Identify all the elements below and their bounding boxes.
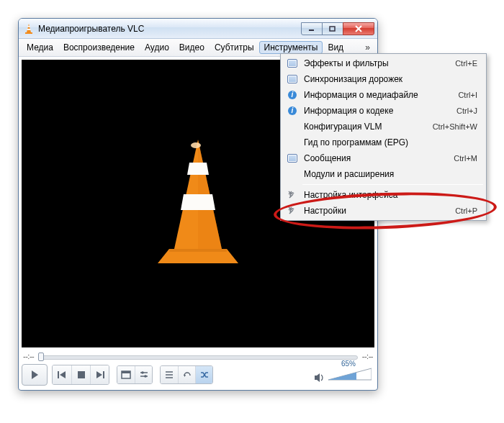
svg-rect-1 — [27, 26, 30, 27]
svg-marker-27 — [184, 375, 186, 377]
blank-icon — [285, 137, 300, 148]
menu-media[interactable]: Медиа — [22, 41, 58, 54]
shuffle-icon — [199, 370, 210, 379]
minimize-button[interactable] — [301, 22, 323, 35]
dropdown-item-label: Модули и расширения — [304, 169, 477, 179]
next-button[interactable] — [90, 365, 109, 384]
prev-button[interactable] — [53, 365, 71, 384]
dropdown-item-label: Настройка интерфейса — [304, 190, 477, 200]
shuffle-button[interactable] — [195, 366, 212, 383]
fullscreen-icon — [121, 370, 131, 379]
dropdown-item-2[interactable]: iИнформация о медиафайлеCtrl+I — [282, 87, 485, 103]
tool-window-icon — [285, 73, 300, 85]
blank-icon — [285, 121, 300, 132]
volume-control[interactable]: 65% — [314, 368, 372, 383]
seek-thumb[interactable] — [38, 352, 44, 361]
ext-settings-button[interactable] — [135, 366, 152, 383]
skip-next-icon — [95, 370, 105, 379]
svg-rect-15 — [78, 371, 85, 378]
dropdown-item-5[interactable]: Гид по программам (EPG) — [282, 135, 485, 150]
svg-marker-12 — [32, 370, 38, 379]
svg-rect-5 — [330, 27, 335, 31]
menu-overflow[interactable]: » — [361, 41, 374, 54]
svg-marker-14 — [60, 371, 66, 378]
dropdown-item-label: Сообщения — [304, 153, 454, 163]
playlist-button[interactable] — [161, 366, 178, 383]
fullscreen-button[interactable] — [117, 366, 135, 383]
wrench-icon — [285, 189, 300, 201]
maximize-button[interactable] — [322, 22, 343, 35]
menu-video[interactable]: Видео — [174, 41, 210, 54]
speaker-icon — [314, 373, 325, 383]
svg-rect-17 — [103, 371, 104, 378]
dropdown-item-label: Синхронизация дорожек — [304, 74, 477, 84]
playlist-icon — [164, 370, 174, 379]
dropdown-item-shortcut: Ctrl+M — [454, 154, 477, 163]
svg-point-23 — [144, 375, 147, 378]
svg-point-21 — [141, 371, 144, 374]
svg-rect-13 — [58, 371, 59, 378]
loop-icon — [182, 370, 192, 379]
blank-icon — [285, 168, 300, 180]
titlebar[interactable]: Медиапроигрыватель VLC — [19, 19, 377, 39]
stop-icon — [77, 370, 86, 379]
stop-button[interactable] — [71, 365, 90, 384]
play-icon — [30, 370, 40, 380]
dropdown-item-6[interactable]: СообщенияCtrl+M — [282, 150, 485, 166]
dropdown-item-9[interactable]: Настройка интерфейса — [282, 187, 485, 203]
volume-percent: 65% — [341, 360, 356, 368]
dropdown-item-label: Настройки — [304, 206, 455, 216]
menu-subtitles[interactable]: Субтитры — [210, 41, 259, 54]
window-title: Медиапроигрыватель VLC — [38, 24, 302, 34]
svg-rect-3 — [25, 32, 32, 34]
dropdown-item-10[interactable]: НастройкиCtrl+P — [282, 203, 485, 219]
controls-bar: 65% — [19, 361, 377, 390]
svg-marker-0 — [27, 24, 31, 32]
dropdown-separator — [302, 184, 483, 185]
svg-rect-2 — [27, 29, 31, 30]
menu-tools[interactable]: Инструменты — [259, 41, 323, 54]
vlc-logo-icon — [148, 135, 248, 272]
svg-point-11 — [191, 142, 201, 148]
tool-window-icon — [285, 58, 300, 69]
volume-slider[interactable] — [328, 368, 372, 381]
svg-marker-16 — [96, 371, 102, 378]
tools-dropdown: Эффекты и фильтрыCtrl+EСинхронизация дор… — [280, 53, 487, 221]
svg-marker-10 — [169, 249, 227, 252]
seek-slider[interactable] — [38, 354, 358, 358]
sliders-icon — [139, 370, 149, 379]
dropdown-item-1[interactable]: Синхронизация дорожек — [282, 71, 485, 87]
time-total: --:-- — [362, 352, 373, 360]
play-button[interactable] — [22, 364, 48, 386]
tool-window-icon — [285, 153, 300, 164]
dropdown-item-7[interactable]: Модули и расширения — [282, 166, 485, 182]
dropdown-item-shortcut: Ctrl+Shift+W — [433, 122, 477, 131]
dropdown-item-0[interactable]: Эффекты и фильтрыCtrl+E — [282, 55, 485, 71]
timebar: --:-- --:-- — [19, 350, 377, 361]
wrench-icon — [285, 205, 300, 217]
dropdown-item-shortcut: Ctrl+E — [455, 59, 477, 68]
dropdown-item-label: Гид по программам (EPG) — [304, 137, 477, 147]
svg-rect-4 — [309, 29, 314, 31]
menu-view[interactable]: Вид — [323, 41, 348, 54]
time-elapsed: --:-- — [23, 352, 34, 360]
svg-marker-28 — [315, 373, 320, 382]
close-button[interactable] — [343, 22, 374, 35]
dropdown-item-label: Информация о кодеке — [304, 106, 456, 116]
loop-button[interactable] — [178, 366, 195, 383]
menu-audio[interactable]: Аудио — [140, 41, 174, 54]
dropdown-item-shortcut: Ctrl+P — [455, 206, 477, 215]
info-icon: i — [285, 89, 300, 101]
dropdown-item-label: Эффекты и фильтры — [304, 58, 455, 68]
dropdown-item-3[interactable]: iИнформация о кодекеCtrl+J — [282, 103, 485, 119]
vlc-cone-icon — [23, 23, 35, 35]
info-icon: i — [285, 105, 300, 117]
dropdown-item-label: Конфигурация VLM — [304, 122, 433, 132]
skip-prev-icon — [57, 370, 67, 379]
svg-rect-19 — [122, 371, 130, 373]
dropdown-item-4[interactable]: Конфигурация VLMCtrl+Shift+W — [282, 119, 485, 135]
menu-playback[interactable]: Воспроизведение — [58, 41, 140, 54]
dropdown-item-shortcut: Ctrl+I — [458, 91, 477, 99]
dropdown-item-label: Информация о медиафайле — [304, 90, 458, 100]
dropdown-item-shortcut: Ctrl+J — [456, 106, 477, 115]
